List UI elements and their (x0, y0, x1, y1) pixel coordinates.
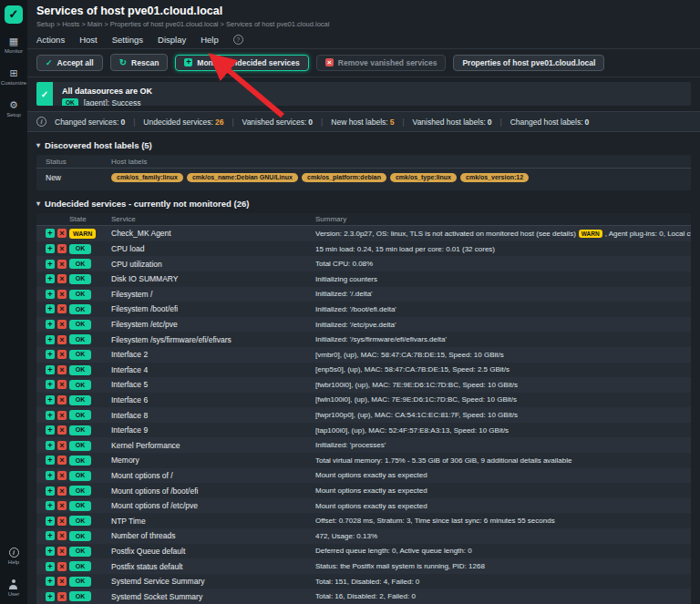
sidebar-item-help[interactable]: i Help (8, 548, 19, 565)
checkmk-logo-icon[interactable]: ✓ (5, 5, 23, 24)
host-label-chip[interactable]: cmk/os_version:12 (460, 173, 529, 182)
host-label-chip[interactable]: cmk/os_type:linux (390, 173, 457, 182)
disable-service-icon[interactable]: × (57, 304, 67, 313)
monitor-service-icon[interactable]: + (46, 350, 55, 359)
disable-service-icon[interactable]: × (57, 350, 67, 359)
monitor-service-icon[interactable]: + (46, 471, 55, 480)
toolbar-button-monitor-undecided-services[interactable]: Monitor undecided services (175, 55, 308, 71)
state-badge: OK (69, 244, 91, 254)
service-name: Interface 8 (111, 411, 315, 420)
monitor-service-icon[interactable]: + (46, 274, 55, 283)
toolbar-button-rescan[interactable]: Rescan (110, 54, 169, 71)
monitor-service-icon[interactable]: + (46, 517, 55, 526)
menu-settings[interactable]: Settings (112, 35, 143, 45)
monitor-service-icon[interactable]: + (46, 411, 55, 420)
service-row: +×OKMount options of /boot/efiMount opti… (36, 483, 691, 498)
monitor-service-icon[interactable]: + (46, 562, 55, 571)
breadcrumb[interactable]: Setup > Hosts > Main > Properties of hos… (36, 20, 691, 28)
menu-actions[interactable]: Actions (36, 35, 65, 45)
stat-value: 0 (585, 118, 590, 127)
disable-service-icon[interactable]: × (57, 577, 67, 586)
user-icon (8, 579, 18, 589)
monitor-service-icon[interactable]: + (46, 577, 55, 586)
service-name: Kernel Performance (111, 441, 315, 450)
monitor-service-icon[interactable]: + (46, 244, 55, 253)
monitor-service-icon[interactable]: + (46, 365, 55, 374)
monitor-service-icon[interactable]: + (46, 486, 55, 496)
service-summary: Initialized: '/.delta' (315, 290, 691, 298)
monitor-service-icon[interactable]: + (46, 456, 55, 465)
host-label-chip[interactable]: cmk/os_family:linux (111, 173, 183, 182)
stat-label: Changed host labels: (510, 118, 583, 127)
show-more-toggle-icon[interactable]: ? (233, 35, 243, 45)
disable-service-icon[interactable]: × (57, 274, 67, 283)
disable-service-icon[interactable]: × (57, 380, 67, 389)
monitor-service-icon[interactable]: + (46, 260, 55, 269)
toolbar-button-remove-vanished-services[interactable]: Remove vanished services (316, 55, 447, 71)
sidebar-item-monitor[interactable]: ▦ Monitor (5, 36, 23, 54)
monitor-service-icon[interactable]: + (46, 501, 55, 510)
service-state-cell: OK (69, 546, 111, 557)
service-summary: Version: 2.3.0p27, OS: linux, TLS is not… (315, 230, 691, 239)
service-name: Filesystem /sys/firmware/efi/efivars (111, 335, 315, 344)
disable-service-icon[interactable]: × (57, 244, 67, 253)
sidebar-item-setup[interactable]: ⚙ Setup (6, 100, 21, 118)
monitor-service-icon[interactable]: + (46, 290, 55, 299)
monitor-service-icon[interactable]: + (46, 547, 55, 556)
stat-separator: | (232, 118, 233, 127)
toolbar-button-properties-of-host-pve01-cloud-local[interactable]: Properties of host pve01.cloud.local (453, 55, 604, 71)
service-state-cell: OK (69, 456, 111, 466)
disable-service-icon[interactable]: × (57, 320, 67, 329)
host-label-chip[interactable]: cmk/os_name:Debian GNU/Linux (187, 173, 298, 182)
disable-service-icon[interactable]: × (57, 229, 67, 238)
monitor-service-icon[interactable]: + (46, 380, 55, 389)
menu-help[interactable]: Help (201, 35, 219, 45)
disable-service-icon[interactable]: × (57, 365, 67, 374)
undecided-services-section-header[interactable]: ▾ Undecided services - currently not mon… (36, 199, 691, 209)
stat-value: 0 (308, 118, 313, 127)
monitor-service-icon[interactable]: + (46, 320, 55, 329)
disable-service-icon[interactable]: × (57, 486, 67, 496)
monitor-service-icon[interactable]: + (46, 425, 55, 435)
disable-service-icon[interactable]: × (57, 471, 67, 480)
monitor-service-icon[interactable]: + (46, 592, 55, 601)
monitor-service-icon[interactable]: + (46, 304, 55, 313)
service-summary: Total: 151, Disabled: 4, Failed: 0 (315, 578, 691, 586)
menu-display[interactable]: Display (158, 35, 186, 45)
sidebar-item-customize[interactable]: ⊞ Customize (1, 68, 26, 86)
remove-icon (325, 58, 334, 67)
monitor-service-icon[interactable]: + (46, 441, 55, 450)
monitor-service-icon[interactable]: + (46, 395, 55, 404)
disable-service-icon[interactable]: × (57, 260, 67, 269)
disable-service-icon[interactable]: × (57, 517, 67, 526)
disable-service-icon[interactable]: × (57, 411, 67, 420)
sidebar-item-user[interactable]: User (8, 579, 20, 597)
disable-service-icon[interactable]: × (57, 395, 67, 404)
service-row: +×OKMount options of /etc/pveMount optio… (36, 498, 691, 514)
service-row-actions: +× (36, 244, 69, 253)
host-label-chip[interactable]: cmk/os_platform:debian (302, 173, 386, 182)
customize-icon: ⊞ (9, 68, 17, 78)
monitor-service-icon[interactable]: + (46, 229, 55, 238)
disable-service-icon[interactable]: × (57, 501, 67, 510)
service-row-actions: +× (36, 335, 69, 344)
disable-service-icon[interactable]: × (57, 335, 67, 344)
disable-service-icon[interactable]: × (57, 592, 67, 601)
monitor-service-icon[interactable]: + (46, 335, 55, 344)
disable-service-icon[interactable]: × (57, 562, 67, 571)
service-summary: Initialized: '/sys/firmware/efi/efivars.… (315, 335, 691, 343)
undecided-services-section: ▾ Undecided services - currently not mon… (36, 199, 691, 604)
disable-service-icon[interactable]: × (57, 531, 67, 540)
sidebar-item-label: Customize (1, 80, 26, 86)
monitor-service-icon[interactable]: + (46, 531, 55, 540)
disable-service-icon[interactable]: × (57, 547, 67, 556)
host-labels-section-header[interactable]: ▾ Discovered host labels (5) (36, 140, 691, 150)
menu-host[interactable]: Host (79, 35, 98, 45)
toolbar-button-accept-all[interactable]: Accept all (36, 55, 103, 71)
disable-service-icon[interactable]: × (57, 441, 67, 450)
service-row: +×OKInterface 6[fwln100i0], (up), MAC: 7… (36, 393, 691, 408)
disable-service-icon[interactable]: × (57, 425, 67, 435)
service-state-cell: OK (69, 410, 111, 421)
disable-service-icon[interactable]: × (57, 290, 67, 299)
disable-service-icon[interactable]: × (57, 456, 67, 465)
